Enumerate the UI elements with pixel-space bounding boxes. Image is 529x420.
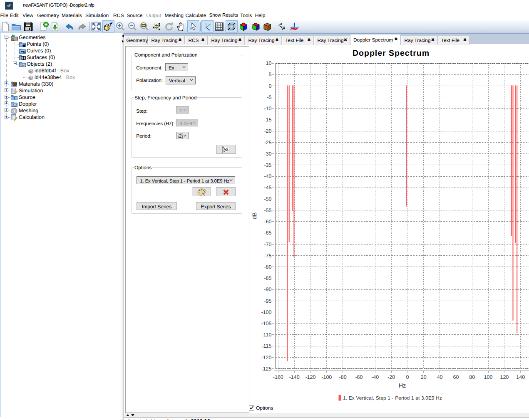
svg-text:-20: -20 <box>387 374 395 380</box>
svg-text:-125: -125 <box>261 366 271 372</box>
svg-text:-40: -40 <box>371 374 379 380</box>
svg-text:-120: -120 <box>261 355 271 361</box>
svg-text:80: 80 <box>469 374 475 380</box>
svg-text:-30: -30 <box>264 151 271 157</box>
svg-text:140: 140 <box>516 374 525 380</box>
svg-text:1. Ex Vertical, Step 1 - Perio: 1. Ex Vertical, Step 1 - Period 1 at 3.0… <box>343 395 442 401</box>
svg-text:nF: nF <box>7 4 11 8</box>
svg-text:20: 20 <box>421 374 427 380</box>
svg-text:dB: dB <box>251 212 258 220</box>
svg-text:-45: -45 <box>264 185 271 190</box>
svg-text:-80: -80 <box>339 374 347 380</box>
svg-text:-40: -40 <box>264 173 271 179</box>
svg-text:-100: -100 <box>261 309 271 315</box>
svg-text:-10: -10 <box>264 106 271 111</box>
svg-text:-105: -105 <box>261 321 271 326</box>
svg-text:Hz: Hz <box>399 383 406 389</box>
svg-text:-110: -110 <box>261 332 271 338</box>
svg-text:-160: -160 <box>273 374 283 380</box>
svg-text:-35: -35 <box>264 162 271 168</box>
svg-text:-100: -100 <box>321 374 332 380</box>
svg-text:-65: -65 <box>264 230 271 236</box>
svg-text:100: 100 <box>484 374 493 380</box>
svg-text:-60: -60 <box>355 374 363 380</box>
svg-text:-15: -15 <box>264 117 271 123</box>
svg-text:0: 0 <box>269 83 272 89</box>
svg-text:0: 0 <box>406 374 409 380</box>
svg-text:-90: -90 <box>264 287 271 292</box>
svg-text:-120: -120 <box>305 374 315 380</box>
svg-text:-95: -95 <box>264 298 271 304</box>
svg-text:-70: -70 <box>264 242 271 247</box>
svg-text:-75: -75 <box>264 253 271 259</box>
svg-text:-55: -55 <box>264 208 271 213</box>
svg-text:-25: -25 <box>264 140 271 146</box>
svg-text:40: 40 <box>437 374 443 380</box>
svg-text:-80: -80 <box>264 264 271 270</box>
svg-text:Doppler Spectrum: Doppler Spectrum <box>353 49 430 58</box>
svg-text:-50: -50 <box>264 196 271 202</box>
svg-text:-20: -20 <box>264 128 271 134</box>
svg-text:-85: -85 <box>264 275 271 281</box>
svg-text:-115: -115 <box>261 343 271 349</box>
svg-text:-5: -5 <box>267 94 271 100</box>
svg-text:-140: -140 <box>289 374 300 380</box>
svg-text:60: 60 <box>453 374 459 380</box>
svg-text:-60: -60 <box>264 219 271 225</box>
svg-text:5: 5 <box>269 72 272 77</box>
svg-text:10: 10 <box>266 60 272 66</box>
svg-text:120: 120 <box>500 374 509 380</box>
